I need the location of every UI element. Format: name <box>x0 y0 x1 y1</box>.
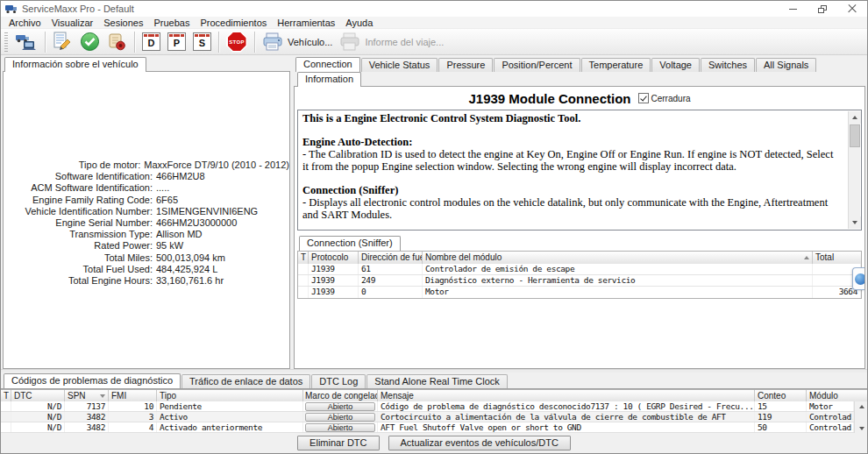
column-header-module[interactable]: Módulo <box>807 390 854 401</box>
field-value: Allison MD <box>156 229 203 240</box>
tab-pressure[interactable]: Pressure <box>438 58 493 72</box>
field-value: 466HM2U8 <box>156 171 205 182</box>
print-vehicle-label: Vehículo... <box>288 37 332 47</box>
tab-voltage[interactable]: Voltage <box>651 58 700 72</box>
field-value: MaxxForce DT/9/10 (2010 - 2012) <box>144 160 289 171</box>
table-row[interactable]: N/D 3482 4 Activado anteriormente Abiert… <box>1 422 867 433</box>
field-label: Vehicle Identification Number: <box>4 206 153 217</box>
health-check-button[interactable] <box>77 31 103 53</box>
menu-visualizar[interactable]: Visualizar <box>46 17 99 29</box>
column-header-total[interactable]: Total <box>813 252 861 264</box>
tab-dtc-log[interactable]: DTC Log <box>311 374 366 388</box>
column-header-source[interactable]: Dirección de fuente <box>359 252 423 264</box>
tab-vehicle-info[interactable]: Información sobre el vehículo <box>4 57 146 72</box>
column-header-spn[interactable]: SPN <box>65 390 109 401</box>
tab-connection-sniffer[interactable]: Connection (Sniffer) <box>299 236 401 251</box>
clear-dtc-button[interactable]: Eliminar DTC <box>297 436 379 450</box>
field-label: Engine Serial Number: <box>4 217 153 229</box>
toolbar-separator <box>134 32 135 53</box>
column-header-message[interactable]: Mensaje <box>378 390 755 401</box>
info-section1-body: - The Calibration ID is used to detect t… <box>302 148 842 173</box>
column-header-fmi[interactable]: FMI <box>109 390 157 401</box>
menu-archivo[interactable]: Archivo <box>4 17 46 29</box>
vehicle-field-row: Engine Family Rating Code:6F65 <box>4 195 289 206</box>
d-session-button[interactable]: D <box>142 32 160 51</box>
column-header-count[interactable]: Conteo <box>755 390 807 401</box>
field-label: ACM Software Identification: <box>4 182 153 194</box>
field-label: Total Engine Hours: <box>4 275 153 287</box>
freeze-frame-button[interactable]: Abierto <box>305 402 375 411</box>
scroll-down-icon[interactable] <box>855 423 868 433</box>
restore-button[interactable] <box>808 1 837 17</box>
toolbar-separator <box>45 32 46 53</box>
tab-all-signals[interactable]: All Signals <box>756 58 816 72</box>
field-label: Software Identification: <box>4 171 153 182</box>
scroll-up-icon[interactable] <box>849 111 861 124</box>
column-header-dtc[interactable]: DTC <box>11 390 65 401</box>
column-header-module[interactable]: Nombre del módulo <box>423 252 813 264</box>
field-value: 500,013,094 km <box>156 252 225 264</box>
menu-ayuda[interactable]: Ayuda <box>340 17 378 29</box>
close-button[interactable] <box>837 1 867 17</box>
field-label: Transmission Type: <box>4 229 153 240</box>
tab-position-percent[interactable]: Position/Percent <box>494 58 580 72</box>
tab-connection[interactable]: Connection <box>295 57 360 72</box>
tab-datalink-traffic[interactable]: Tráfico de enlace de datos <box>181 374 310 388</box>
window-title: ServiceMaxx Pro - Default <box>22 4 778 14</box>
s-session-button[interactable]: S <box>193 32 211 51</box>
table-row[interactable]: N/D 7137 10 Pendiente Abierto Código de … <box>1 401 867 412</box>
sort-desc-icon <box>100 394 105 398</box>
lock-checkbox[interactable]: Cerradura <box>638 93 691 103</box>
scroll-icon <box>107 32 127 52</box>
tab-temperature[interactable]: Temperature <box>581 58 651 72</box>
sort-asc-icon <box>804 256 809 259</box>
toolbar-grip[interactable] <box>4 32 8 52</box>
dtc-scrollbar[interactable] <box>854 401 867 433</box>
p-session-button[interactable]: P <box>167 32 186 51</box>
freeze-frame-button[interactable]: Abierto <box>305 423 375 432</box>
column-header-t[interactable]: T <box>1 390 11 401</box>
check-circle-icon <box>80 32 100 52</box>
minimize-icon <box>789 9 797 10</box>
menu-bar: Archivo Visualizar Sesiones Pruebas Proc… <box>1 17 867 29</box>
table-row[interactable]: J1939 249 Diagnóstico externo - Herramie… <box>298 275 861 287</box>
scroll-up-icon[interactable] <box>855 401 868 411</box>
connect-vehicle-button[interactable] <box>12 31 40 53</box>
table-row[interactable]: N/D 3482 3 Activo Abierto Cortocircuito … <box>1 412 867 422</box>
menu-pruebas[interactable]: Pruebas <box>148 17 195 29</box>
update-vehicle-events-button[interactable]: Actualizar eventos de vehículos/DTC <box>388 436 571 450</box>
menu-procedimientos[interactable]: Procedimientos <box>195 17 272 29</box>
stop-button[interactable]: STOP <box>224 31 250 53</box>
info-intro: This is a Engine Electronic Control Syst… <box>302 112 842 124</box>
scrollbar-thumb[interactable] <box>850 124 860 147</box>
column-header-tipo[interactable]: Tipo <box>157 390 303 401</box>
minimize-button[interactable] <box>778 1 808 17</box>
column-header-freeze-frame[interactable]: Marco de congelación <box>303 390 378 401</box>
page-title: J1939 Module Connection <box>468 91 630 106</box>
tab-information[interactable]: Information <box>297 72 361 87</box>
table-row[interactable]: J1939 0 Motor 3664 <box>298 287 861 298</box>
session-edit-button[interactable] <box>50 31 75 53</box>
tab-rtc[interactable]: Stand Alone Real Time Clock <box>366 374 507 388</box>
freeze-frame-button[interactable]: Abierto <box>305 413 375 422</box>
print-vehicle-button[interactable]: Vehículo... <box>260 32 335 53</box>
field-value: 95 kW <box>156 240 183 252</box>
menu-herramientas[interactable]: Herramientas <box>272 17 340 29</box>
tab-vehicle-status[interactable]: Vehicle Status <box>361 58 438 72</box>
table-row[interactable]: J1939 61 Controlador de emisión de escap… <box>298 264 861 275</box>
tab-switches[interactable]: Switches <box>701 58 755 72</box>
main-area: Información sobre el vehículo Tipo de mo… <box>1 55 867 369</box>
restore-icon <box>818 5 827 13</box>
menu-sesiones[interactable]: Sesiones <box>98 17 148 29</box>
vehicle-info-panel: Información sobre el vehículo Tipo de mo… <box>3 57 290 369</box>
info-scrollbar[interactable] <box>848 111 860 229</box>
procedures-button[interactable] <box>104 31 130 53</box>
dtc-panel: Códigos de problemas de diagnóstico Tráf… <box>1 372 867 453</box>
scroll-down-icon[interactable] <box>849 216 861 229</box>
vehicle-field-row: Transmission Type:Allison MD <box>4 229 289 240</box>
field-label: Tipo de motor: <box>4 160 140 171</box>
column-header-protocol[interactable]: Protocolo <box>309 252 359 264</box>
stop-sign-icon: STOP <box>226 32 247 53</box>
column-header-t[interactable]: T <box>298 252 309 264</box>
tab-dtc-codes[interactable]: Códigos de problemas de diagnóstico <box>4 373 181 388</box>
